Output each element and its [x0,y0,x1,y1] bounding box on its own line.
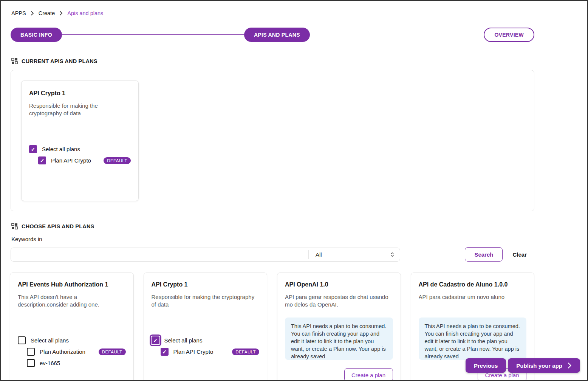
breadcrumb: APPS Create Apis and plans [11,10,534,16]
chevron-right-icon [568,362,572,369]
select-all-plans-checkbox[interactable] [152,336,159,344]
search-row: All Search Clear [11,247,534,262]
wizard-stepper: BASIC INFO APIS AND PLANS OVERVIEW [11,28,534,42]
select-all-plans-row: Select all plans [152,336,260,344]
keywords-scope-select[interactable]: All [309,248,400,261]
needs-plan-notice: This API needs a plan to be consumed. Yo… [419,318,527,360]
search-button[interactable]: Search [465,247,503,262]
current-apis-container: API Crypto 1 Responsible for making the … [11,70,534,211]
keywords-label: Keywords in [11,236,534,242]
plan-row: Plan Authorization DEFAULT [27,348,126,356]
api-card-title: API Events Hub Authorization 1 [18,281,126,288]
default-badge: DEFAULT [104,157,131,164]
search-actions: Search Clear [465,247,534,262]
breadcrumb-create[interactable]: Create [39,10,55,16]
scope-select-value: All [316,251,387,258]
choose-apis-section-header: CHOOSE APIS AND PLANS [11,223,534,229]
plan-row: ev-1665 [27,359,126,367]
search-bar: All [11,248,400,262]
unfold-more-icon [390,252,395,257]
publish-app-button[interactable]: Publish your app [508,358,580,373]
step-apis-and-plans[interactable]: APIS AND PLANS [244,28,310,42]
default-badge: DEFAULT [232,348,259,355]
previous-button[interactable]: Previous [466,358,506,373]
select-all-plans-row: Select all plans [29,145,131,153]
publish-button-label: Publish your app [516,362,562,369]
select-all-plans-row: Select all plans [18,336,126,344]
api-card-title: API de Cadastro de Aluno 1.0.0 [419,281,527,288]
chevron-right-icon [31,11,34,15]
plan-checkbox[interactable] [27,348,35,356]
plan-checkbox[interactable] [27,359,35,367]
api-card-title: API Crypto 1 [29,90,131,97]
select-all-plans-label: Select all plans [42,146,80,152]
api-card-title: API OpenAI 1.0 [285,281,393,288]
choose-api-cards-row: API Events Hub Authorization 1 This API … [10,273,534,381]
breadcrumb-apis-and-plans[interactable]: Apis and plans [67,10,103,16]
footer-actions: Previous Publish your app [466,358,580,373]
dashboard-icon [11,58,18,64]
breadcrumb-apps[interactable]: APPS [11,10,26,16]
api-card-description: Responsible for making the cryptography … [29,102,131,145]
step-connector [62,34,244,35]
select-all-plans-label: Select all plans [164,337,203,344]
apis-and-plans-page: APPS Create Apis and plans BASIC INFO AP… [0,0,588,381]
overview-button[interactable]: OVERVIEW [484,28,534,42]
default-badge: DEFAULT [99,348,126,355]
clear-button[interactable]: Clear [512,251,527,258]
previous-button-label: Previous [474,362,498,369]
needs-plan-notice: This API needs a plan to be consumed. Yo… [285,318,393,360]
current-apis-section-header: CURRENT APIS AND PLANS [11,58,534,64]
create-plan-wrap: Create a plan [285,368,393,381]
plan-row: Plan API Crypto DEFAULT [38,156,131,164]
create-plan-button[interactable]: Create a plan [344,368,393,381]
section-title: CHOOSE APIS AND PLANS [22,223,94,229]
api-card-description: This API doesn't have a description,cons… [18,293,126,336]
plan-checkbox[interactable] [38,156,46,164]
api-card-crypto[interactable]: API Crypto 1 Responsible for making the … [144,273,268,381]
plan-row: Plan API Crypto DEFAULT [161,348,260,356]
select-all-plans-checkbox[interactable] [18,336,26,344]
select-all-plans-checkbox[interactable] [29,145,37,153]
current-api-card[interactable]: API Crypto 1 Responsible for making the … [21,81,139,201]
plan-label: Plan API Crypto [51,157,91,164]
api-card-events-hub[interactable]: API Events Hub Authorization 1 This API … [10,273,134,381]
api-card-description: API para cadastrar um novo aluno [419,293,527,318]
api-card-openai[interactable]: API OpenAI 1.0 API para gerar respostas … [277,273,401,381]
api-card-title: API Crypto 1 [152,281,260,288]
chevron-right-icon [59,11,63,15]
dashboard-icon [11,223,18,229]
api-card-description: API para gerar respostas de chat usando … [285,293,393,318]
select-all-plans-label: Select all plans [31,337,69,344]
plan-label: Plan Authorization [40,348,85,355]
plan-label: Plan API Crypto [173,348,214,355]
section-title: CURRENT APIS AND PLANS [22,58,97,64]
step-basic-info[interactable]: BASIC INFO [11,28,62,42]
keywords-search-input[interactable] [11,248,308,261]
api-card-description: Responsible for making the cryptography … [152,293,260,336]
plan-checkbox[interactable] [161,348,169,356]
plan-label: ev-1665 [40,360,60,366]
